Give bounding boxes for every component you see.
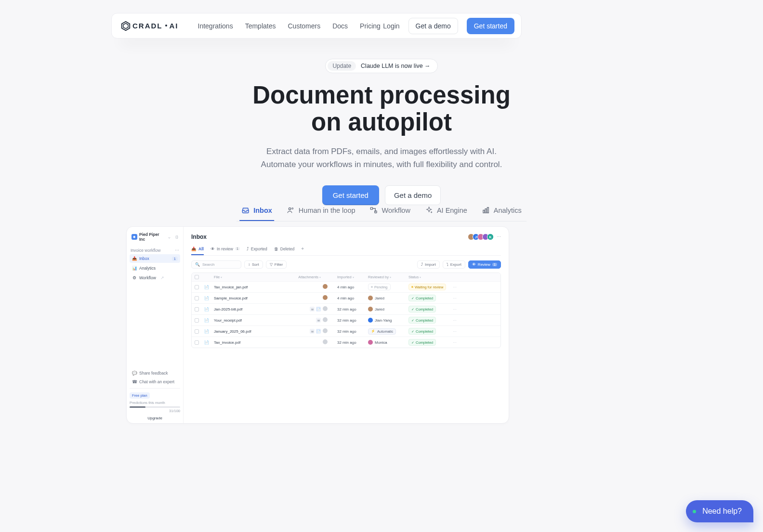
select-all-checkbox[interactable] — [195, 275, 199, 279]
status-chip: Completed — [408, 339, 436, 346]
sidebar-foot-label: Chat with an expert — [139, 379, 174, 384]
app-preview-card: ◆ Pied Piper Inc ⌵ ⟨⟩ Invoice workflow ⋯… — [126, 226, 509, 424]
brand-text-b: AI — [170, 22, 179, 30]
inbox-tab[interactable]: 🗑Deleted — [274, 244, 294, 255]
mail-icon: ✉ — [310, 329, 315, 334]
more-icon[interactable]: ⋯ — [175, 248, 179, 253]
row-more-icon[interactable]: ⋯ — [449, 307, 457, 311]
reviewed-user: Jared — [368, 296, 407, 300]
row-checkbox[interactable] — [195, 340, 199, 345]
sidebar-chat[interactable]: ☎ Chat with an expert — [130, 377, 180, 386]
workflow-icon: ⚙ — [132, 275, 137, 280]
row-checkbox[interactable] — [195, 296, 199, 300]
login-link[interactable]: Login — [383, 22, 399, 30]
get-demo-button[interactable]: Get a demo — [408, 18, 458, 34]
table-row[interactable]: 📄Sample_invoice.pdf4 min agoJaredComplet… — [192, 293, 500, 304]
row-checkbox[interactable] — [195, 285, 199, 289]
hero-title-line-2: on autopilot — [311, 108, 452, 136]
file-icon: 📄 — [204, 329, 212, 334]
col-file[interactable]: File — [214, 275, 220, 279]
update-text: Claude LLM is now live → — [361, 63, 431, 69]
tab-label: All — [198, 247, 204, 251]
svg-point-1 — [291, 208, 293, 209]
importer-avatar — [323, 339, 328, 344]
feature-tab-analytics[interactable]: Analytics — [480, 201, 524, 221]
filter-button[interactable]: ▽Filter — [266, 260, 287, 269]
row-checkbox[interactable] — [195, 318, 199, 323]
get-started-button[interactable]: Get started — [467, 18, 514, 34]
feature-tab-workflow[interactable]: Workflow — [368, 201, 412, 221]
imported-time: 4 min ago — [337, 285, 366, 289]
inbox-icon: 📥 — [132, 256, 137, 261]
feature-tab-label: Human in the loop — [299, 207, 355, 214]
avatar — [368, 307, 373, 311]
avatar — [368, 340, 373, 345]
nav-link-customers[interactable]: Customers — [288, 22, 320, 30]
feature-tab-inbox[interactable]: Inbox — [239, 201, 274, 221]
plan-count: 31/100 — [169, 409, 180, 413]
feature-tab-human[interactable]: Human in the loop — [285, 201, 357, 221]
nav-links: Integrations Templates Customers Docs Pr… — [198, 22, 383, 30]
tab-icon: 🗑 — [274, 247, 278, 251]
avatar-more[interactable]: ⋯ — [497, 234, 501, 239]
org-switcher[interactable]: ◆ Pied Piper Inc ⌵ ⟨⟩ — [130, 231, 180, 243]
export-button[interactable]: ⤵Export — [443, 260, 465, 269]
table-row[interactable]: 📄January_2025_06.pdf✉📄32 min agoAutomati… — [192, 326, 500, 337]
nav-link-templates[interactable]: Templates — [245, 22, 276, 30]
col-reviewed[interactable]: Reviewed by — [368, 275, 389, 279]
help-widget[interactable]: Need help? — [686, 500, 753, 522]
sidebar-item-label: Workflow — [139, 275, 156, 280]
table-row[interactable]: 📄Tax_invoice.pdf32 min agoMonicaComplete… — [192, 337, 500, 348]
hero-subtitle: Extract data from PDFs, emails, and imag… — [261, 145, 502, 171]
row-checkbox[interactable] — [195, 307, 199, 311]
collapse-icon[interactable]: ⟨⟩ — [175, 235, 178, 239]
upload-icon: ⤴ — [421, 262, 423, 267]
add-tab-button[interactable]: + — [301, 244, 304, 255]
inbox-tab[interactable]: 👁In review1 — [210, 244, 240, 255]
importer-avatar — [323, 295, 328, 300]
import-button[interactable]: ⤴Import — [417, 260, 440, 269]
sort-button[interactable]: ↕Sort — [244, 260, 263, 269]
file-name: Sample_invoice.pdf — [214, 296, 291, 300]
tab-label: Exported — [251, 247, 267, 251]
upgrade-button[interactable]: Upgrade — [130, 416, 180, 420]
table-row[interactable]: 📄Tax_invoice_jan.pdf4 min agoPendingWait… — [192, 282, 500, 293]
search-input[interactable]: 🔍 Search — [191, 260, 241, 269]
logo-icon — [120, 21, 131, 31]
imported-time: 32 min ago — [337, 329, 366, 334]
inbox-tabs: 📥All👁In review1⤴Exported🗑Deleted+ — [191, 244, 501, 256]
table-row[interactable]: 📄Jan-2025-bill.pdf✉📄32 min agoJaredCompl… — [192, 304, 500, 315]
row-more-icon[interactable]: ⋯ — [449, 285, 457, 289]
col-imported[interactable]: Imported — [337, 275, 352, 279]
brand-logo[interactable]: CRADL AI — [120, 21, 179, 31]
sidebar-feedback[interactable]: 💬 Share feedback — [130, 369, 180, 377]
importer-avatar — [323, 306, 328, 311]
svg-rect-2 — [371, 208, 373, 209]
sidebar-section-label: Invoice workflow — [131, 248, 160, 253]
row-checkbox[interactable] — [195, 329, 199, 334]
row-more-icon[interactable]: ⋯ — [449, 329, 457, 334]
avatar-stack[interactable]: JK⋯ — [468, 234, 501, 240]
col-attachments[interactable]: Attachments — [298, 275, 318, 279]
nav-link-integrations[interactable]: Integrations — [198, 22, 233, 30]
col-status[interactable]: Status — [408, 275, 419, 279]
file-icon: 📄 — [204, 340, 212, 345]
sidebar-item-analytics[interactable]: 📊 Analytics — [130, 264, 180, 272]
row-more-icon[interactable]: ⋯ — [449, 296, 457, 300]
file-icon: 📄 — [204, 296, 212, 300]
table-row[interactable]: 📄Your_receipt.pdf✉32 min agoJian-YangCom… — [192, 315, 500, 326]
inbox-tab[interactable]: 📥All — [191, 244, 204, 255]
importer-avatar — [323, 328, 328, 333]
review-button[interactable]: 👁Review1 — [468, 260, 501, 269]
sidebar-item-workflow[interactable]: ⚙ Workflow ↗ — [130, 273, 180, 282]
update-pill[interactable]: Update Claude LLM is now live → — [325, 59, 437, 73]
nav-link-pricing[interactable]: Pricing — [360, 22, 381, 30]
row-more-icon[interactable]: ⋯ — [449, 340, 457, 345]
feature-tab-ai[interactable]: AI Engine — [423, 201, 469, 221]
inbox-tab[interactable]: ⤴Exported — [247, 244, 267, 255]
sidebar-item-inbox[interactable]: 📥 Inbox 1 — [130, 254, 180, 263]
imported-time: 32 min ago — [337, 318, 366, 323]
import-label: Import — [425, 262, 436, 267]
row-more-icon[interactable]: ⋯ — [449, 318, 457, 323]
nav-link-docs[interactable]: Docs — [332, 22, 348, 30]
